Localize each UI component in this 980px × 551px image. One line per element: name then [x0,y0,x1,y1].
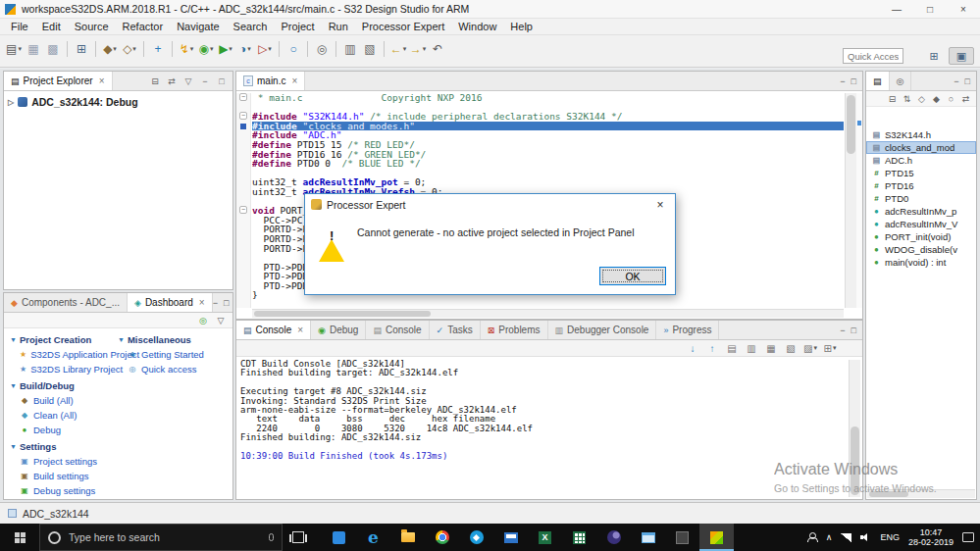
section-collapse-icon[interactable]: ▼ [10,382,17,389]
tab-problems[interactable]: ⊠Problems [481,321,548,339]
network-icon[interactable] [841,533,851,542]
build-config-button[interactable]: ◇▾ [120,39,139,59]
toggle-comment-button[interactable]: ▥ [340,39,360,59]
collapse-all-button[interactable]: ⊟ [149,76,161,86]
flash-programmer-button[interactable]: ↯▾ [177,39,196,59]
display-console-button[interactable]: ▨▾ [801,341,819,356]
taskbar-search[interactable]: Type here to search [39,524,283,551]
open-console-button[interactable]: ⊞▾ [821,341,839,356]
fold-marker-icon[interactable]: − [239,93,247,101]
hide-static-button[interactable]: ◆ [930,94,943,104]
horizontal-scrollbar[interactable] [252,309,844,318]
tab-debug[interactable]: ◉Debug [311,321,366,339]
section-collapse-icon[interactable]: ▼ [10,443,17,450]
debug-button[interactable]: ◉▾ [196,39,216,59]
save-button[interactable]: ▦ [24,39,43,59]
build-settings-link[interactable]: ▣Build settings [10,469,114,483]
open-element-button[interactable]: ◎ [312,39,332,59]
tab-progress[interactable]: »Progress [656,321,719,339]
dialog-titlebar[interactable]: Processor Expert × [305,194,675,215]
code-line[interactable]: #define PTD0 0 /* BLUE LED */ [252,159,844,169]
forward-button[interactable]: →▾ [408,39,428,59]
show-on-error-button[interactable]: ▥ [743,341,760,356]
refresh-button[interactable]: ◎ [197,316,209,326]
action-center-icon[interactable] [962,532,974,542]
menu-project[interactable]: Project [274,21,321,32]
occurrence-marker-icon[interactable] [857,121,861,125]
clock[interactable]: 10:47 28-02-2019 [908,527,954,547]
start-button[interactable] [0,524,39,551]
people-icon[interactable] [807,532,817,542]
section-collapse-icon[interactable]: ▼ [10,336,17,343]
window-taskbar-button[interactable] [631,524,665,551]
save-all-button[interactable]: ▩ [43,39,63,59]
menu-source[interactable]: Source [68,21,116,32]
debug-link[interactable]: ●Debug [10,423,114,437]
secondary-view-tab[interactable]: ◎ [890,72,912,90]
tab-project-explorer[interactable]: ▤ Project Explorer × [4,72,113,90]
horizontal-scrollbar[interactable] [867,489,975,498]
hide-fields-button[interactable]: ◇ [915,94,928,104]
close-icon[interactable]: × [291,75,297,86]
fold-marker-icon[interactable]: − [239,112,247,120]
view-menu-button[interactable]: ▽ [182,76,194,86]
microphone-icon[interactable] [269,533,274,541]
sort-button[interactable]: ⇅ [901,94,913,104]
language-indicator[interactable]: ENG [880,532,900,542]
tab-console[interactable]: ▤Console [366,321,429,339]
profile-button[interactable]: ◑▾ [235,39,255,59]
dev-tool-taskbar-button[interactable] [665,524,699,551]
close-icon[interactable]: × [99,75,105,86]
maximize-button[interactable]: □ [913,0,947,18]
external-tools-button[interactable]: ▷▾ [255,39,275,59]
file-explorer-taskbar-button[interactable] [390,524,425,551]
outline-item[interactable]: ●PORT_init(void) [866,230,976,243]
open-perspective-button[interactable]: ⊞ [921,47,947,65]
excel-taskbar-button[interactable]: X [528,524,562,551]
terminal-button[interactable]: ⊞ [72,39,91,59]
outline-item[interactable]: #PTD0 [866,192,976,205]
scroll-to-bottom-button[interactable]: ↓ [684,341,701,356]
browser-taskbar-button[interactable] [459,524,493,551]
fold-marker-icon[interactable]: − [239,206,247,214]
tab-debugger-console[interactable]: ▥Debugger Console [548,321,657,339]
last-edit-button[interactable]: ↶ [428,39,447,59]
quick-access-input[interactable] [843,48,903,64]
show-on-output-button[interactable]: ▤ [723,341,741,356]
project-tree-item[interactable]: ▷ ADC_s32k144: Debug [4,91,232,113]
new-library-project-link[interactable]: ★S32DS Library Project [10,362,114,376]
new-button[interactable]: ▤▾ [4,39,24,59]
menu-processor-expert[interactable]: Processor Expert [355,21,451,32]
cpp-perspective-button[interactable]: ▣ [949,47,974,65]
menu-navigate[interactable]: Navigate [170,21,226,32]
scrollbar-thumb[interactable] [254,311,431,317]
spreadsheet-taskbar-button[interactable] [562,524,596,551]
edge-taskbar-button[interactable]: e [356,524,390,551]
outline-item[interactable]: ▤clocks_and_mod [866,141,976,154]
maximize-button[interactable]: □ [965,76,970,86]
outline-item[interactable]: ●main(void) : int [866,256,976,269]
clear-console-button[interactable]: ▧ [782,341,799,356]
outline-tab[interactable]: ▤ [866,72,890,90]
build-all-button[interactable]: ◆▾ [100,39,120,59]
minimize-button[interactable]: − [199,76,211,86]
new-application-project-link[interactable]: ★S32DS Application Project [10,347,114,362]
tab-console[interactable]: ▤Console× [236,321,311,339]
tab-dashboard[interactable]: ◈Dashboard× [128,293,213,312]
s32ds-taskbar-button[interactable] [699,524,734,551]
ok-button[interactable]: OK [599,267,666,285]
maximize-button[interactable]: □ [851,76,856,86]
menu-refactor[interactable]: Refactor [116,21,171,32]
close-button[interactable]: × [947,0,980,18]
link-editor-button[interactable]: ⇄ [959,94,972,104]
new-project-wizard-button[interactable]: + [148,39,168,59]
tab-main-c[interactable]: c main.c × [236,72,305,90]
tab-tasks[interactable]: ✓Tasks [430,321,481,339]
link-editor-button[interactable]: ⇄ [166,76,178,86]
minimize-button[interactable]: − [213,298,218,308]
menu-help[interactable]: Help [503,21,540,32]
back-button[interactable]: ←▾ [388,39,408,59]
outline-item[interactable]: #PTD16 [866,179,976,192]
search-button[interactable]: ○ [284,39,303,59]
chrome-taskbar-button[interactable] [425,524,459,551]
